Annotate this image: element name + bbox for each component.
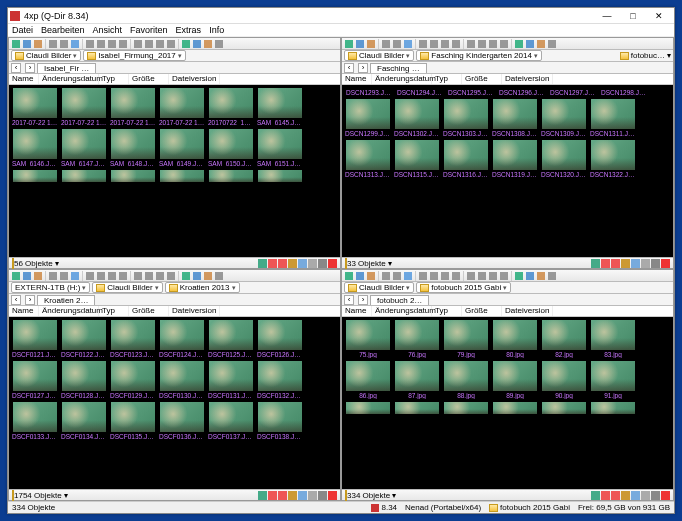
toolbar-icon[interactable] xyxy=(403,39,413,49)
toolbar-icon[interactable] xyxy=(381,39,391,49)
col-mod[interactable]: Änderungsdatum xyxy=(39,74,99,84)
toolbar-icon[interactable] xyxy=(429,271,439,281)
thumbnail[interactable]: SAM_6145.JPG xyxy=(257,88,303,126)
thumbnail[interactable]: SAM_6149.JPG xyxy=(159,129,205,167)
status-icon[interactable] xyxy=(651,259,660,268)
toolbar-icon[interactable] xyxy=(392,39,402,49)
thumbnail[interactable]: DSCN1320.JPG xyxy=(541,140,587,178)
thumbnail[interactable]: SAM_6146.JPG xyxy=(12,129,58,167)
thumbnail[interactable]: 89.jpg xyxy=(492,361,538,399)
status-icon[interactable] xyxy=(278,259,287,268)
toolbar-icon[interactable] xyxy=(203,39,213,49)
status-icon[interactable] xyxy=(288,491,297,500)
thumbnail-partial[interactable] xyxy=(257,170,303,182)
thumbnail[interactable]: DSCN1302.JPG xyxy=(394,99,440,137)
toolbar-icon[interactable] xyxy=(155,271,165,281)
thumbnail[interactable]: DSCF0136.JPG xyxy=(159,402,205,440)
thumbnail[interactable]: 20170722_114600… xyxy=(208,88,254,126)
thumbnail[interactable]: DSCN1299.JPG xyxy=(345,99,391,137)
close-button[interactable]: ✕ xyxy=(646,9,672,23)
crumb-bl-0[interactable]: EXTERN-1TB (H:)▾ xyxy=(11,282,90,293)
tab-br[interactable]: fotobuch 2… xyxy=(370,295,429,305)
drive-tr[interactable]: fotobuc…▾ xyxy=(620,51,671,60)
thumbnail[interactable]: DSCN1319.JPG xyxy=(492,140,538,178)
toolbar-icon[interactable] xyxy=(85,271,95,281)
thumbnail[interactable]: DSCN1311.JPG xyxy=(590,99,636,137)
toolbar-icon[interactable] xyxy=(366,271,376,281)
status-icon[interactable] xyxy=(258,491,267,500)
toolbar-icon[interactable] xyxy=(403,271,413,281)
status-icon[interactable] xyxy=(308,491,317,500)
thumbnail-partial[interactable] xyxy=(541,402,587,414)
status-icon[interactable] xyxy=(601,491,610,500)
status-icon[interactable] xyxy=(621,491,630,500)
toolbar-icon[interactable] xyxy=(85,39,95,49)
toolbar-icon[interactable] xyxy=(466,39,476,49)
crumb-br-0[interactable]: Claudi Bilder▾ xyxy=(344,282,414,293)
status-icon[interactable] xyxy=(611,259,620,268)
toolbar-icon[interactable] xyxy=(418,271,428,281)
toolbar-icon[interactable] xyxy=(22,271,32,281)
col-type[interactable]: Typ xyxy=(99,74,129,84)
thumbnail[interactable]: 75.jpg xyxy=(345,320,391,358)
toolbar-icon[interactable] xyxy=(11,39,21,49)
toolbar-icon[interactable] xyxy=(514,39,524,49)
thumbnail-partial[interactable] xyxy=(492,402,538,414)
toolbar-icon[interactable] xyxy=(499,39,509,49)
menu-extras[interactable]: Extras xyxy=(176,25,202,35)
toolbar-icon[interactable] xyxy=(203,271,213,281)
status-icon[interactable] xyxy=(268,259,277,268)
thumbnail[interactable]: 83.jpg xyxy=(590,320,636,358)
status-icon[interactable] xyxy=(631,259,640,268)
thumbnail[interactable]: DSCN1308.JPG xyxy=(492,99,538,137)
status-icon[interactable] xyxy=(278,491,287,500)
status-icon[interactable] xyxy=(641,491,650,500)
status-icon[interactable] xyxy=(631,491,640,500)
tab-prev-tr[interactable]: ‹ xyxy=(344,63,354,73)
status-icon[interactable] xyxy=(601,259,610,268)
toolbar-icon[interactable] xyxy=(514,271,524,281)
thumbnail-partial[interactable] xyxy=(12,170,58,182)
toolbar-icon[interactable] xyxy=(355,271,365,281)
toolbar-icon[interactable] xyxy=(488,271,498,281)
toolbar-icon[interactable] xyxy=(181,39,191,49)
menu-favoriten[interactable]: Favoriten xyxy=(130,25,168,35)
toolbar-icon[interactable] xyxy=(11,271,21,281)
thumbnail[interactable]: DSCN1303.JPG xyxy=(443,99,489,137)
toolbar-icon[interactable] xyxy=(48,271,58,281)
status-icon[interactable] xyxy=(298,259,307,268)
toolbar-icon[interactable] xyxy=(499,271,509,281)
toolbar-icon[interactable] xyxy=(181,271,191,281)
thumbnail[interactable]: DSCF0121.JPG xyxy=(12,320,58,358)
thumbnail[interactable]: 79.jpg xyxy=(443,320,489,358)
titlebar[interactable]: 4xp (Q-Dir 8.34) — □ ✕ xyxy=(8,8,674,24)
toolbar-icon[interactable] xyxy=(166,271,176,281)
toolbar-icon[interactable] xyxy=(429,39,439,49)
status-icon[interactable] xyxy=(611,491,620,500)
thumbnail[interactable]: DSCF0123.JPG xyxy=(110,320,156,358)
footer-folder[interactable]: fotobuch 2015 Gabi xyxy=(489,503,570,512)
toolbar-icon[interactable] xyxy=(392,271,402,281)
toolbar-icon[interactable] xyxy=(22,39,32,49)
col-size[interactable]: Größe xyxy=(129,74,169,84)
toolbar-icon[interactable] xyxy=(440,39,450,49)
tab-tl[interactable]: Isabel_Fir … xyxy=(37,63,96,73)
thumbnail[interactable]: DSCF0135.JPG xyxy=(110,402,156,440)
menu-ansicht[interactable]: Ansicht xyxy=(93,25,123,35)
thumbnail[interactable]: DSCF0129.JPG xyxy=(110,361,156,399)
thumbnail[interactable]: DSCN1298.JPG xyxy=(600,88,648,96)
tab-next-tr[interactable]: › xyxy=(358,63,368,73)
menu-bearbeiten[interactable]: Bearbeiten xyxy=(41,25,85,35)
crumb-br-1[interactable]: fotobuch 2015 Gabi▾ xyxy=(416,282,511,293)
thumbnail[interactable]: 86.jpg xyxy=(345,361,391,399)
toolbar-icon[interactable] xyxy=(70,271,80,281)
thumbnail[interactable]: 2017-07-22 16.52.33.jpg xyxy=(110,88,156,126)
toolbar-icon[interactable] xyxy=(107,271,117,281)
toolbar-icon[interactable] xyxy=(107,39,117,49)
crumb-bl-1[interactable]: Claudi Bilder▾ xyxy=(92,282,162,293)
thumbnail[interactable]: DSCF0133.JPG xyxy=(12,402,58,440)
status-icon[interactable] xyxy=(268,491,277,500)
thumbs-bl[interactable]: DSCF0121.JPGDSCF0122.JPGDSCF0123.JPGDSCF… xyxy=(9,317,340,489)
toolbar-icon[interactable] xyxy=(344,39,354,49)
crumb-tr-1[interactable]: Fasching Kindergarten 2014▾ xyxy=(416,50,542,61)
